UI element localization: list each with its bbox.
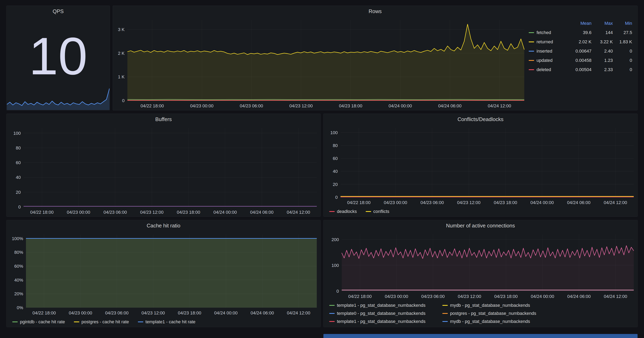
legend-item-template0-pg_stat_database_numbackends[interactable]: template0 - pg_stat_database_numbackends (329, 311, 426, 316)
rows-legend-row: returned2.02 K3.22 K1.83 K (529, 37, 632, 47)
legend-series-fetched[interactable]: fetched (529, 30, 567, 35)
legend-series-inserted[interactable]: inserted (529, 49, 567, 54)
dashboard-row-1: QPS 10 Rows 01 K2 K3 K04/22 18:0004/23 0… (6, 6, 638, 110)
panel-title-connections[interactable]: Number of active connections (324, 220, 637, 231)
legend-label: postgres - pg_stat_database_numbackends (450, 311, 536, 316)
legend-value-max: 2.40 (592, 49, 613, 54)
legend-swatch (329, 313, 335, 314)
rows-legend-row: fetched39.614427.5 (529, 28, 632, 37)
y-axis-label: 0 (18, 204, 21, 209)
x-axis-label: 04/23 06:00 (421, 294, 444, 299)
x-axis-label: 04/23 00:00 (69, 310, 92, 315)
legend-series-label: updated (536, 58, 553, 63)
x-axis-label: 04/24 00:00 (214, 310, 238, 315)
x-axis-label: 04/24 00:00 (530, 200, 554, 205)
panel-title-qps[interactable]: QPS (7, 6, 110, 17)
y-axis-label: 40 (16, 175, 21, 180)
legend-label: template1 - pg_stat_database_numbackends (337, 319, 426, 324)
legend-header-max[interactable]: Max (592, 21, 613, 26)
y-axis-label: 80 (16, 145, 21, 150)
x-axis-label: 04/24 06:00 (567, 294, 591, 299)
conflicts-chart[interactable]: 02040608010004/22 18:0004/23 00:0004/23 … (324, 125, 637, 207)
legend-series-returned[interactable]: returned (529, 39, 567, 45)
qps-sparkline (7, 87, 110, 110)
legend-item-template1-pg_stat_database_numbackends[interactable]: template1 - pg_stat_database_numbackends (329, 303, 426, 308)
panel-cache-hit-ratio: Cache hit ratio 0%20%40%60%80%100%04/22 … (6, 220, 320, 327)
x-axis-label: 04/23 18:00 (178, 310, 201, 315)
y-axis-label: 1 K (118, 74, 124, 79)
x-axis-label: 04/22 18:00 (347, 200, 370, 205)
chart-svg[interactable]: 02040608010004/22 18:0004/23 00:0004/23 … (7, 125, 320, 217)
y-axis-label: 2 K (118, 51, 124, 56)
y-axis-label: 40 (333, 169, 338, 174)
x-axis-label: 04/23 00:00 (190, 103, 214, 108)
legend-value-max: 144 (592, 30, 613, 35)
panel-title-cache[interactable]: Cache hit ratio (7, 220, 320, 231)
sparkline-line (7, 88, 110, 106)
buffers-chart[interactable]: 02040608010004/22 18:0004/23 00:0004/23 … (7, 125, 320, 217)
legend-header-min[interactable]: Min (613, 21, 632, 26)
y-axis-label: 20 (16, 190, 21, 195)
y-axis-label: 0 (336, 289, 339, 294)
rows-legend-row: inserted0.006472.400 (529, 47, 632, 56)
legend-value-max: 1.23 (592, 58, 613, 63)
panel-title-buffers[interactable]: Buffers (7, 114, 320, 125)
y-axis-label: 100 (13, 131, 21, 136)
x-axis-label: 04/24 12:00 (604, 294, 627, 299)
legend-header-mean[interactable]: Mean (567, 21, 592, 26)
y-axis-label: 60% (14, 264, 23, 269)
qps-value-wrap: 10 (7, 17, 110, 88)
legend-swatch (529, 69, 534, 70)
y-axis-label: 0 (335, 195, 338, 200)
chart-svg[interactable]: 01 K2 K3 K04/22 18:0004/23 00:0004/23 06… (113, 17, 527, 110)
legend-label: mydb - pg_stat_database_numbackends (450, 319, 530, 324)
legend-item-conflicts[interactable]: conflicts (366, 209, 389, 214)
legend-item-mydb-pg_stat_database_numbackends[interactable]: mydb - pg_stat_database_numbackends (442, 319, 536, 324)
panel-conflicts-deadlocks: Conflicts/Deadlocks 02040608010004/22 18… (324, 114, 638, 217)
rows-legend-row: deleted0.005042.330 (529, 65, 632, 74)
legend-item-deadlocks[interactable]: deadlocks (329, 209, 357, 214)
legend-swatch (529, 51, 534, 52)
legend-item-postgres-cache-hit-rate[interactable]: postgres - cache hit rate (74, 319, 129, 324)
chart-svg[interactable]: 0%20%40%60%80%100%04/22 18:0004/23 00:00… (7, 231, 320, 317)
legend-item-pgintdb-cache-hit-rate[interactable]: pgintdb - cache hit rate (12, 319, 65, 324)
legend-item-postgres-pg_stat_database_numbackends[interactable]: postgres - pg_stat_database_numbackends (442, 311, 536, 316)
x-axis-label: 04/22 18:00 (32, 310, 56, 315)
chart-svg[interactable]: 02040608010004/22 18:0004/23 00:0004/23 … (324, 125, 637, 207)
x-axis-label: 04/23 06:00 (240, 103, 263, 108)
y-axis-label: 20 (333, 182, 338, 187)
legend-label: template1 - cache hit rate (146, 319, 196, 324)
legend-item-template1-cache-hit-rate[interactable]: template1 - cache hit rate (138, 319, 196, 324)
legend-swatch (329, 321, 335, 322)
x-axis-label: 04/22 18:00 (30, 210, 54, 215)
panel-rows: Rows 01 K2 K3 K04/22 18:0004/23 00:0004/… (113, 6, 638, 110)
sparkline-svg (7, 87, 110, 110)
legend-series-label: fetched (536, 30, 551, 35)
panel-title-conflicts[interactable]: Conflicts/Deadlocks (324, 114, 637, 125)
rows-chart[interactable]: 01 K2 K3 K04/22 18:0004/23 00:0004/23 06… (113, 17, 527, 110)
x-axis-label: 04/23 06:00 (420, 200, 444, 205)
legend-item-mydb-pg_stat_database_numbackends[interactable]: mydb - pg_stat_database_numbackends (442, 303, 536, 308)
x-axis-label: 04/23 12:00 (140, 210, 164, 215)
buffers-panel-body: 02040608010004/22 18:0004/23 00:0004/23 … (7, 125, 320, 217)
legend-item-template1-pg_stat_database_numbackends[interactable]: template1 - pg_stat_database_numbackends (329, 319, 426, 324)
conflicts-legend: deadlocksconflicts (324, 207, 637, 217)
y-axis-label: 0 (122, 98, 124, 103)
conflicts-panel-body: 02040608010004/22 18:0004/23 00:0004/23 … (324, 125, 637, 217)
x-axis-label: 04/24 06:00 (250, 210, 274, 215)
x-axis-label: 04/23 00:00 (67, 210, 90, 215)
x-axis-label: 04/23 06:00 (104, 210, 127, 215)
legend-series-deleted[interactable]: deleted (529, 67, 567, 72)
panel-active-connections: Number of active connections 010020004/2… (324, 220, 638, 327)
panel-title-rows[interactable]: Rows (113, 6, 637, 17)
connections-chart[interactable]: 010020004/22 18:0004/23 00:0004/23 06:00… (324, 231, 637, 301)
rows-legend-header: MeanMaxMin (529, 19, 632, 28)
legend-series-updated[interactable]: updated (529, 58, 567, 63)
dashboard-row-2: Buffers 02040608010004/22 18:0004/23 00:… (6, 114, 638, 217)
cache-chart[interactable]: 0%20%40%60%80%100%04/22 18:0004/23 00:00… (7, 231, 320, 317)
dashboard: QPS 10 Rows 01 K2 K3 K04/22 18:0004/23 0… (6, 6, 638, 330)
x-axis-label: 04/23 18:00 (494, 294, 518, 299)
series-fill-template1 - cache hit rate (26, 238, 317, 307)
x-axis-label: 04/24 00:00 (531, 294, 554, 299)
chart-svg[interactable]: 010020004/22 18:0004/23 00:0004/23 06:00… (324, 231, 637, 301)
